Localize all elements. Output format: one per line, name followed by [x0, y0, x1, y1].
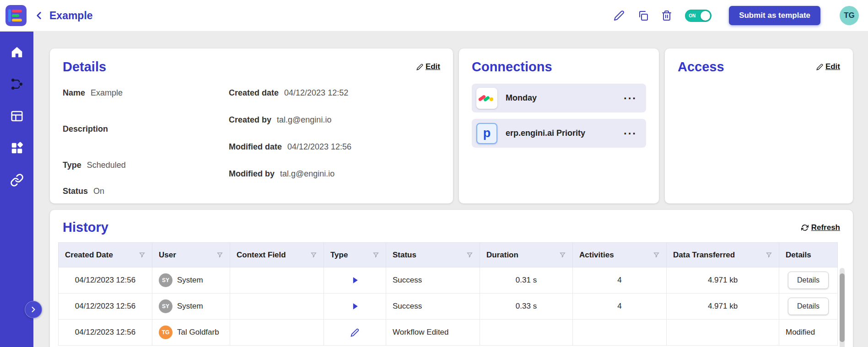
detail-field-name: Name Example: [63, 88, 229, 98]
filter-icon[interactable]: [216, 251, 223, 258]
user-name: Tal Goldfarb: [177, 328, 219, 337]
sidebar-nav: [0, 32, 33, 347]
created-by-label: Created by: [229, 115, 271, 125]
column-header-details[interactable]: Details: [779, 243, 838, 267]
connection-row-priority[interactable]: p erp.engini.ai Priority ...: [472, 119, 646, 148]
connection-menu-button[interactable]: ...: [624, 124, 637, 137]
monday-yellow-dot: [490, 97, 493, 101]
column-label: Status: [393, 251, 416, 260]
details-edit-button[interactable]: Edit: [416, 62, 440, 71]
history-row: 04/12/2023 12:56 SYSystem Success 0.31 s…: [59, 267, 838, 294]
pencil-icon: [816, 64, 823, 70]
column-header-type[interactable]: Type: [324, 243, 386, 267]
history-refresh-label: Refresh: [811, 223, 840, 232]
column-header-activities[interactable]: Activities: [573, 243, 667, 267]
column-header-status[interactable]: Status: [386, 243, 480, 267]
cell-status: Success: [386, 294, 480, 320]
user-avatar: SY: [159, 273, 173, 287]
type-value: Scheduled: [87, 160, 126, 170]
table-scrollbar-thumb[interactable]: [840, 273, 845, 342]
detail-field-created-by: Created by tal.g@engini.io: [229, 115, 440, 125]
column-label: Details: [786, 251, 811, 260]
cell-type: [324, 320, 386, 346]
toggle-on-label: ON: [689, 13, 695, 18]
detail-field-modified-date: Modified date 04/12/2023 12:56: [229, 142, 440, 152]
submit-as-template-button[interactable]: Submit as template: [729, 6, 820, 25]
connection-menu-button[interactable]: ...: [624, 89, 637, 102]
sidebar-item-workflows[interactable]: [10, 77, 24, 91]
column-header-user[interactable]: User: [152, 243, 230, 267]
app-logo[interactable]: [5, 5, 27, 26]
history-header-row: Created Date User Context Field Type Sta…: [59, 243, 838, 267]
user-name: System: [177, 276, 203, 285]
chevron-right-icon: [29, 305, 38, 314]
pencil-icon: [350, 328, 359, 337]
cell-status: Workflow Edited: [386, 320, 480, 346]
user-avatar: TG: [159, 326, 173, 339]
back-button[interactable]: [33, 10, 45, 21]
cell-context-field: [230, 294, 324, 320]
status-label: Status: [63, 187, 88, 196]
workflow-on-toggle[interactable]: ON: [685, 10, 712, 22]
duplicate-workflow-button[interactable]: [637, 10, 648, 21]
table-scrollbar[interactable]: [840, 268, 845, 347]
column-header-created-date[interactable]: Created Date: [59, 243, 152, 267]
cell-user: TGTal Goldfarb: [152, 320, 230, 346]
play-icon: [350, 302, 360, 311]
history-refresh-button[interactable]: Refresh: [801, 223, 840, 232]
trash-icon: [661, 10, 672, 21]
column-header-duration[interactable]: Duration: [480, 243, 573, 267]
name-value: Example: [91, 88, 123, 98]
cell-created-date: 04/12/2023 12:56: [59, 294, 152, 320]
sidebar-item-tables[interactable]: [10, 109, 24, 123]
cell-created-date: 04/12/2023 12:56: [59, 267, 152, 294]
delete-workflow-button[interactable]: [661, 10, 672, 21]
cell-created-date: 04/12/2023 12:56: [59, 320, 152, 346]
details-card: Details Edit Name Example Descriptio: [50, 48, 453, 203]
details-button[interactable]: Details: [788, 298, 829, 315]
filter-icon[interactable]: [466, 251, 473, 258]
filter-icon[interactable]: [766, 251, 772, 258]
sidebar-item-modules[interactable]: [10, 141, 24, 155]
cell-type: [324, 294, 386, 320]
table-icon: [10, 109, 24, 123]
history-table-wrap: Created Date User Context Field Type Sta…: [58, 242, 845, 346]
status-value: On: [93, 187, 104, 196]
modified-date-label: Modified date: [229, 142, 282, 152]
cell-activities: [573, 320, 667, 346]
connection-name: erp.engini.ai Priority: [506, 128, 585, 138]
refresh-icon: [801, 224, 809, 231]
column-label: Created Date: [65, 251, 113, 260]
column-header-context-field[interactable]: Context Field: [230, 243, 324, 267]
connection-row-monday[interactable]: Monday ...: [472, 84, 646, 112]
cell-data-transferred: [667, 320, 779, 346]
column-label: Type: [330, 251, 348, 260]
access-edit-button[interactable]: Edit: [816, 62, 840, 71]
edit-workflow-button[interactable]: [614, 10, 625, 21]
filter-icon[interactable]: [310, 251, 317, 258]
filter-icon[interactable]: [559, 251, 566, 258]
cell-data-transferred: 4.971 kb: [667, 267, 779, 294]
filter-icon[interactable]: [139, 251, 146, 258]
user-avatar: SY: [159, 299, 173, 313]
details-edit-label: Edit: [426, 62, 440, 71]
details-title: Details: [63, 59, 440, 75]
access-card: Access Edit: [665, 48, 853, 203]
cell-context-field: [230, 320, 324, 346]
sidebar-item-home[interactable]: [10, 45, 24, 59]
details-button[interactable]: Details: [788, 272, 829, 289]
user-name: System: [177, 302, 203, 311]
cell-duration: [480, 320, 573, 346]
filter-icon[interactable]: [372, 251, 379, 258]
column-header-data-transferred[interactable]: Data Transferred: [667, 243, 779, 267]
toggle-knob: [701, 11, 710, 21]
top-header: Example ON Submit as template: [0, 0, 868, 32]
connection-name: Monday: [506, 93, 537, 103]
modified-date-value: 04/12/2023 12:56: [287, 142, 351, 152]
filter-icon[interactable]: [653, 251, 660, 258]
sidebar-item-links[interactable]: [10, 173, 24, 187]
sidebar-expand-button[interactable]: [25, 301, 42, 318]
detail-field-modified-by: Modified by tal.g@engini.io: [229, 169, 440, 179]
column-label: Duration: [486, 251, 518, 260]
user-avatar[interactable]: TG: [840, 6, 859, 25]
